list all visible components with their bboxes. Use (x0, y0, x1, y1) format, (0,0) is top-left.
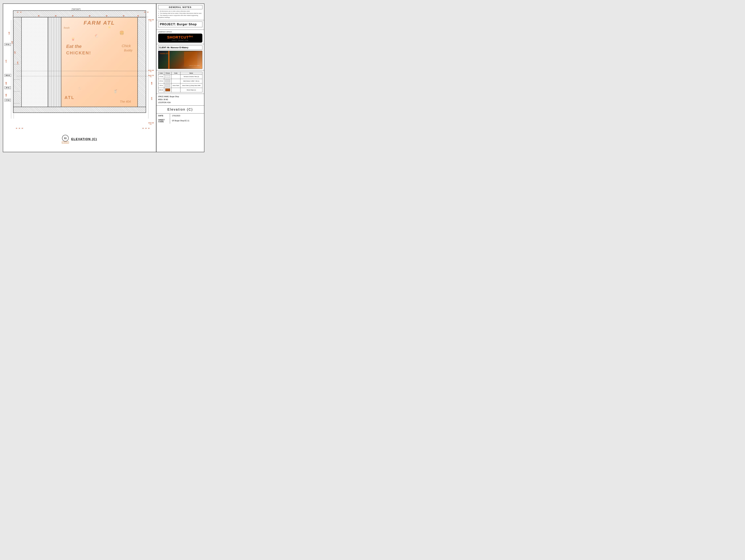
drawing-title-box: Elevation (C) (157, 106, 204, 113)
mat-name-ct02: Terrazzo Ceramic Tiles (2) (180, 74, 202, 79)
mat-row-ct02: CT-02 Terrazzo Ceramic Tiles (2) (158, 74, 202, 79)
svg-text:FFL: FFL (150, 20, 152, 22)
svg-text:FFL: FFL (150, 124, 152, 125)
svg-text:4.90: 4.90 (151, 82, 153, 85)
space-area-row: AREA: 38 M2 (158, 98, 202, 101)
stipple-area (22, 18, 48, 107)
photo-farm-text: FARM ATL (160, 53, 169, 55)
date-value: 17/01/2023 (170, 114, 204, 118)
label-jp01: JP-01 (4, 87, 11, 89)
space-name-row: SPACE NAME: Burger Shop (158, 95, 202, 98)
mat-code2-jp01: Jotun Paint (171, 83, 180, 88)
label-ws01: WS-01 (4, 74, 11, 77)
mat-header-code1: Code (158, 72, 164, 74)
svg-text:⊕ EL 0.00: ⊕ EL 0.00 (148, 122, 154, 124)
svg-text:20: 20 (22, 128, 23, 129)
space-info-section: SPACE NAME: Burger Shop AREA: 38 M2 LOCA… (157, 94, 204, 106)
materials-section: Code Picture Code Name CT-02 Terrazzo Ce… (157, 70, 204, 94)
svg-text:3.70: 3.70 (151, 97, 153, 100)
project-section: PROJECT: Burger Shop (157, 20, 204, 30)
mat-header-name: Name (180, 72, 202, 74)
right-panel: GENERAL NOTES 1. All dimensions are in m… (156, 4, 204, 152)
mat-code2-st01 (171, 79, 180, 83)
stripe-area (48, 18, 61, 107)
client-label: CLIENT: Mr. Mansour El-Matery (158, 45, 202, 50)
hatch-left (13, 18, 22, 107)
mat-name-jp01: Jotun Paint (1) Early Rain 0486 (180, 83, 202, 88)
mural-area: FARM ATL fresh Eat the CHICKEN! Chick Bu… (61, 18, 137, 107)
svg-text:1.70: 1.70 (5, 60, 7, 62)
hatch-top (13, 11, 146, 18)
svg-text:⊕ EL 4.90: ⊕ EL 4.90 (148, 19, 154, 21)
mat-swatch-jp01 (164, 83, 171, 88)
space-location-value: KSA (167, 102, 170, 103)
company-section: COMPANY/ OFFICE: SHORTCUTdec JUST CREATI… (157, 30, 204, 44)
general-notes-content: 1. All dimensions are in meter unless ot… (158, 10, 202, 19)
mat-code-jp01: JP-01 (158, 83, 164, 88)
wall-elevation-box: FARM ATL fresh Eat the CHICKEN! Chick Bu… (13, 10, 146, 113)
space-location-label: LOCATION: (158, 102, 167, 103)
logo-text: SHORTCUTdec (160, 35, 201, 39)
date-code-section: DATE 17/01/2023 SHEET CODE GF-Burger Sho… (157, 113, 204, 152)
svg-text:20: 20 (148, 128, 149, 129)
reference-photo: FARM ATL Interior Reference (158, 51, 202, 69)
drawing-area: LED LIGHT FARM ATL fresh Eat the CHICKEN… (3, 4, 156, 152)
svg-text:4.90: 4.90 (5, 82, 7, 85)
materials-table: Code Picture Code Name CT-02 Terrazzo Ce… (158, 72, 202, 92)
svg-text:FFL: FFL (150, 71, 152, 72)
page: LED LIGHT FARM ATL fresh Eat the CHICKEN… (3, 3, 204, 152)
date-code-table: DATE 17/01/2023 SHEET CODE GF-Burger Sho… (157, 113, 204, 124)
mat-swatch-ct02 (164, 74, 171, 79)
elevation-title: ELEVATION (C) (71, 137, 97, 141)
note-1: 1. All dimensions are in meter unless ot… (158, 10, 202, 12)
svg-text:3.85: 3.85 (5, 94, 7, 97)
note-3: 3. This drawing to read in conjunction w… (158, 14, 202, 19)
space-location-row: LOCATION: KSA (158, 101, 202, 104)
svg-text:20: 20 (16, 128, 17, 129)
svg-text:20: 20 (147, 11, 149, 13)
general-notes-title: GENERAL NOTES (158, 5, 202, 9)
space-name-label: SPACE NAME: (158, 96, 169, 98)
date-label: DATE (157, 114, 170, 118)
mat-code-ct02: CT-02 (158, 74, 164, 79)
mat-row-ws01: WS-01 Wood Strips (1) (158, 88, 202, 92)
mat-header-picture: Picture (164, 72, 171, 74)
space-area-label: AREA: (158, 99, 163, 100)
logo-cut: CUT (181, 35, 189, 39)
mat-row-st01: ST-01 Wall Sticker 3.85M * 4M (1) (158, 79, 202, 83)
elevation-marker: 11 P-GR-EC ELEVATION (C) (62, 135, 97, 143)
svg-text:1.20: 1.20 (11, 41, 13, 44)
hatch-right (137, 18, 146, 107)
mat-code2-ct02 (171, 74, 180, 79)
project-title: PROJECT: Burger Shop (158, 22, 202, 27)
mat-swatch-ws01 (164, 88, 171, 92)
space-name-value: Burger Shop (170, 96, 179, 98)
mat-swatch-st01 (164, 79, 171, 83)
client-section: CLIENT: Mr. Mansour El-Matery FARM ATL I… (157, 44, 204, 70)
mat-header-code2: Code (171, 72, 180, 74)
space-area-value: 38 M2 (163, 99, 168, 100)
mat-code2-ws01 (171, 88, 180, 92)
sheet-code-value: GF-Burger Shop-EC-11 (170, 118, 204, 124)
svg-text:FFL: FFL (150, 76, 152, 77)
sheet-code-label: SHEET CODE (157, 118, 170, 124)
svg-text:⊕ EL 3.70: ⊕ EL 3.70 (148, 75, 154, 76)
elevation-sub: P-GR-EC (62, 141, 69, 143)
mat-code-ws01: WS-01 (158, 88, 164, 92)
mat-code-st01: ST-01 (158, 79, 164, 83)
space-info: SPACE NAME: Burger Shop AREA: 38 M2 LOCA… (158, 95, 202, 104)
elevation-number: 11 (62, 135, 69, 141)
svg-text:20: 20 (19, 128, 20, 129)
logo-dec: dec (189, 35, 193, 38)
label-st01: ST-01 (4, 43, 11, 46)
note-2: 2. The drawing shall not be scaled. Only… (158, 12, 202, 14)
general-notes-section: GENERAL NOTES 1. All dimensions are in m… (157, 4, 204, 20)
company-label: COMPANY/ OFFICE: (158, 31, 202, 33)
mat-row-jp01: JP-01 Jotun Paint Jotun Paint (1) Early … (158, 83, 202, 88)
svg-text:20: 20 (142, 128, 143, 129)
svg-text:1.20: 1.20 (8, 32, 10, 34)
company-logo-box: SHORTCUTdec JUST CREATION (158, 34, 202, 42)
sheet-code-row: SHEET CODE GF-Burger Shop-EC-11 (157, 118, 204, 124)
date-row: DATE 17/01/2023 (157, 114, 204, 118)
logo-sub: JUST CREATION (160, 40, 201, 41)
